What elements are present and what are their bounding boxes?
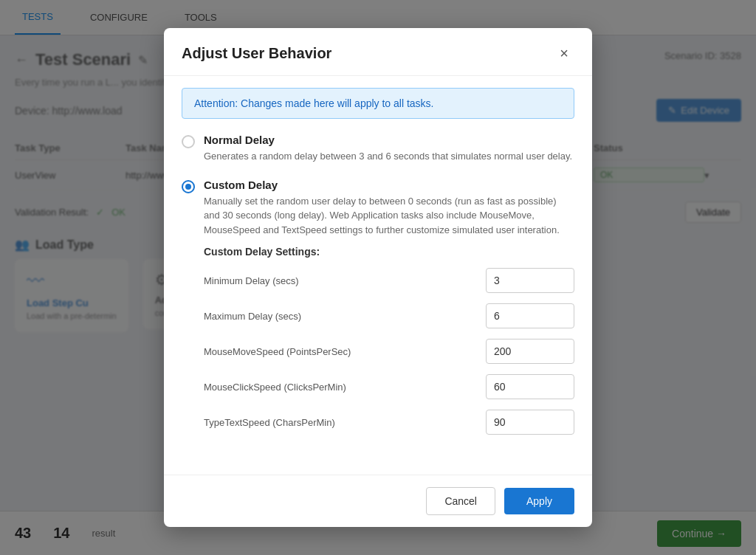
cancel-button[interactable]: Cancel (426, 487, 495, 515)
custom-delay-settings: Custom Delay Settings: Minimum Delay (se… (204, 246, 574, 435)
custom-delay-desc: Manually set the random user delay to be… (204, 194, 574, 238)
min-delay-label: Minimum Delay (secs) (204, 275, 474, 286)
attention-banner: Attention: Changes made here will apply … (182, 88, 574, 119)
min-delay-input[interactable] (486, 268, 574, 293)
custom-delay-option[interactable]: Custom Delay Manually set the random use… (182, 179, 574, 446)
custom-delay-radio[interactable] (182, 180, 195, 193)
modal-title: Adjust User Behavior (182, 45, 331, 62)
mouse-move-speed-label: MouseMoveSpeed (PointsPerSec) (204, 346, 474, 357)
type-text-speed-input[interactable] (486, 410, 574, 435)
min-delay-row: Minimum Delay (secs) (204, 268, 574, 293)
custom-delay-label: Custom Delay (204, 179, 574, 191)
mouse-click-speed-row: MouseClickSpeed (ClicksPerMin) (204, 374, 574, 399)
normal-delay-option[interactable]: Normal Delay Generates a random delay be… (182, 134, 574, 164)
normal-delay-label-group: Normal Delay Generates a random delay be… (204, 134, 574, 164)
mouse-move-speed-row: MouseMoveSpeed (PointsPerSec) (204, 339, 574, 364)
modal-dialog: Adjust User Behavior × Attention: Change… (164, 28, 592, 527)
modal-body[interactable]: Attention: Changes made here will apply … (164, 76, 592, 475)
type-text-speed-row: TypeTextSpeed (CharsPerMin) (204, 410, 574, 435)
type-text-speed-label: TypeTextSpeed (CharsPerMin) (204, 417, 474, 428)
attention-text: Attention: Changes made here will apply … (194, 97, 434, 109)
modal-header: Adjust User Behavior × (164, 28, 592, 76)
max-delay-row: Maximum Delay (secs) (204, 303, 574, 328)
mouse-click-speed-label: MouseClickSpeed (ClicksPerMin) (204, 382, 474, 393)
max-delay-input[interactable] (486, 303, 574, 328)
normal-delay-desc: Generates a random delay between 3 and 6… (204, 149, 574, 164)
settings-title: Custom Delay Settings: (204, 246, 574, 258)
close-button[interactable]: × (554, 43, 574, 63)
modal-overlay: Adjust User Behavior × Attention: Change… (0, 0, 756, 555)
max-delay-label: Maximum Delay (secs) (204, 311, 474, 322)
mouse-move-speed-input[interactable] (486, 339, 574, 364)
modal-footer: Cancel Apply (164, 475, 592, 527)
apply-button[interactable]: Apply (504, 488, 574, 514)
custom-delay-label-group: Custom Delay Manually set the random use… (204, 179, 574, 446)
normal-delay-label: Normal Delay (204, 134, 574, 146)
normal-delay-radio[interactable] (182, 135, 195, 148)
mouse-click-speed-input[interactable] (486, 374, 574, 399)
